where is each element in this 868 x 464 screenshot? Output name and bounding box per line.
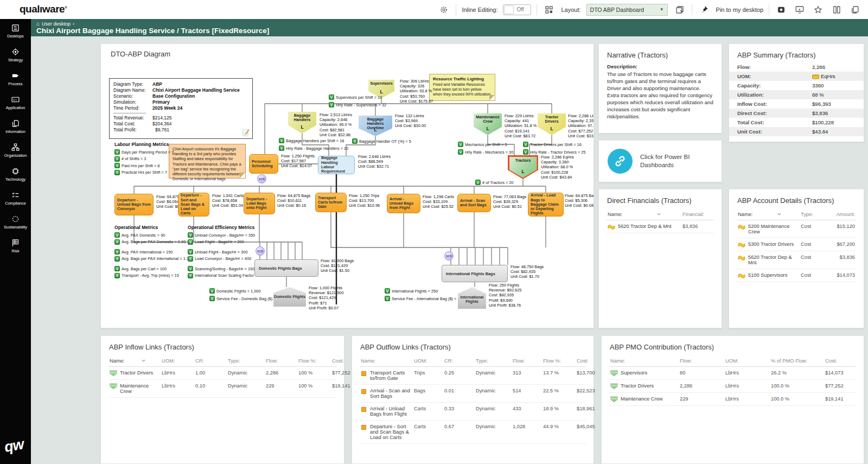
sidebar-item-application[interactable]: C:\ Application — [0, 91, 31, 115]
duplicate-icon[interactable] — [848, 3, 861, 16]
col-name[interactable]: Name: — [110, 358, 162, 364]
table-row[interactable]: Supervisors 80LbHrs26.2 %$14,073 — [609, 367, 856, 380]
col-uom[interactable]: UOM: — [162, 358, 195, 364]
notepad-icon[interactable]: 📝 — [242, 129, 250, 136]
page-title: Chixi Airport Baggage Handling Service /… — [36, 27, 269, 35]
col-cost[interactable]: Cost: — [825, 358, 856, 364]
sidebar-item-strategy[interactable]: Strategy — [0, 43, 31, 67]
inline-editing-label: Inline Editing: — [462, 7, 497, 13]
param: VBaggage Handler OT (%) = 5 — [352, 138, 411, 144]
col-name[interactable]: Name: — [738, 212, 801, 217]
col-name[interactable]: Name: — [361, 358, 414, 364]
compliance-icon — [11, 190, 20, 200]
process-arrival-unload[interactable]: Arrival - Unload Bags from Flight — [387, 194, 420, 213]
process-departure-load-flight[interactable]: Departure - Load Bags onto Flight — [244, 193, 275, 214]
store-international-flights-bags[interactable]: International Flights Bags — [442, 265, 508, 282]
scd-badge[interactable]: SCD — [257, 174, 266, 183]
process-personnel-scheduling[interactable]: Personnel Scheduling — [249, 154, 278, 174]
col-flow[interactable]: Flow: — [680, 358, 725, 364]
col-amount[interactable]: Amount: — [830, 212, 856, 217]
powerbi-panel[interactable]: Click for Power BI Dashboards — [598, 140, 722, 182]
table-row[interactable]: Tractor Drivers 2,286LbHrs100.0 %$77,252 — [609, 380, 856, 393]
pin-to-desktop-button[interactable]: Pin to my desktop — [716, 7, 763, 13]
powerbi-link-label[interactable]: Click for Power BI Dashboards — [640, 153, 705, 169]
resource-supervisors-stats: Flow: 306 LbHrsCapacity: 326Utilization:… — [400, 79, 433, 104]
table-row[interactable]: Departure - Sort and Scan Bags & Load on… — [360, 421, 586, 444]
sidebar-item-risk[interactable]: Risk — [0, 234, 31, 258]
favorite-star-icon[interactable] — [812, 3, 825, 16]
table-row[interactable]: 5200 Maintenance Crew Cost$15,120 — [737, 220, 856, 238]
diagram-info-box[interactable]: Diagram Type:ABP Diagram Name:Chixi Airp… — [109, 78, 253, 139]
diagram-title: DTO-ABP Diagram — [111, 50, 170, 58]
col-type[interactable]: Type: — [228, 358, 266, 364]
col-uom[interactable]: UOM: — [725, 358, 771, 364]
table-row[interactable]: Transport Carts to/from Gate Trips0.25Dy… — [360, 367, 586, 385]
param: VInternational Flights = 250 — [385, 288, 438, 294]
table-row[interactable]: 5620 Tractor Dep & Mnt Cost$3,836 — [737, 251, 856, 269]
home-icon[interactable]: ⌂ — [36, 21, 40, 27]
capture-icon[interactable] — [775, 3, 788, 16]
col-type[interactable]: Type: — [476, 358, 513, 364]
outsourcing-note[interactable]: Chixi Airport outsources it's Baggage Ha… — [169, 144, 246, 179]
columns-icon[interactable] — [830, 3, 843, 16]
sidebar-item-information[interactable]: Information — [0, 115, 31, 138]
col-uom[interactable]: UOM: — [414, 358, 444, 364]
process-transport-carts[interactable]: Transport Carts to/from Gate — [315, 193, 347, 212]
table-row[interactable]: 5300 Tractor Drivers Cost$67,200 — [737, 238, 856, 251]
summary-row: Inflow Cost:$96,393 — [729, 99, 864, 109]
col-type[interactable]: Type: — [801, 212, 830, 217]
scd-badge[interactable]: SCD — [256, 246, 265, 256]
col-financial[interactable]: Financial: — [682, 212, 714, 217]
summary-row: Direct Cost:$3,836 — [729, 109, 864, 118]
scd-badge[interactable]: SCD — [444, 251, 454, 260]
col-cr[interactable]: CR: — [444, 358, 476, 364]
process-icon — [361, 425, 366, 430]
process-baggage-handling-labour-requirement[interactable]: Baggage Handling Labour Requirement — [318, 156, 355, 174]
sidebar-item-organization[interactable]: Organization — [0, 138, 31, 162]
traffic-lighting-note[interactable]: Resource Traffic LightingFixed and Varia… — [429, 74, 495, 101]
table-row[interactable]: Maintenance Crew LbHrs0.10Dynamic 229100… — [108, 380, 336, 398]
process-departure-sort-scan[interactable]: Departure - Sort and Scan Bags & Load on… — [178, 193, 209, 217]
process-departure-unload[interactable]: Departure - Unload Bags from Conveyor — [114, 194, 154, 215]
table-row[interactable]: 5620 Tractor Dep & Mnt $3,836 — [607, 220, 714, 233]
gear-icon[interactable] — [437, 3, 450, 16]
col-cr[interactable]: CR: — [195, 358, 228, 364]
qw-logo: qw — [3, 436, 25, 456]
col-flow[interactable]: Flow: — [266, 358, 298, 364]
abp-summary-panel: ABP Summary (Tractors) Flow:2,286 UOM:Eq… — [729, 43, 864, 142]
presentation-icon[interactable] — [793, 3, 806, 16]
col-flowpct[interactable]: Flow %: — [543, 358, 577, 364]
inline-editing-toggle[interactable]: Off — [503, 4, 531, 15]
col-cost[interactable]: Cost: — [577, 358, 590, 364]
col-flowpct[interactable]: Flow %: — [298, 358, 332, 364]
process-stats: Flow: 1,298 CartsCost: $33,109Unit Cost:… — [423, 194, 454, 209]
sidebar-item-process[interactable]: Process — [0, 67, 31, 91]
table-row[interactable]: Arrival - Unload Bags from Flight Carts0… — [360, 403, 586, 421]
sidebar-item-desktops[interactable]: Desktops — [0, 19, 31, 43]
account-icon — [738, 242, 745, 247]
col-pmo-flow[interactable]: % of PMO Flow: — [771, 358, 825, 364]
layout-dropdown[interactable]: DTO ABP Dashboard▼ — [586, 4, 668, 16]
col-flow[interactable]: Flow: — [513, 358, 543, 364]
col-name[interactable]: Name: — [608, 212, 682, 217]
col-name[interactable]: Name: — [610, 358, 680, 364]
col-cost[interactable]: Cost: — [332, 358, 345, 364]
breadcrumb[interactable]: ⌂ User desktop› — [36, 21, 74, 27]
process-arrival-scan-sort[interactable]: Arrival - Scan and Sort Bags — [457, 194, 491, 212]
sidebar-item-compliance[interactable]: Compliance — [0, 186, 31, 210]
resource-bh-overtime-stats: Flow: 132 LbHrsCost: $3,969Unit Cost: $3… — [395, 113, 426, 129]
summary-row: Capacity:3360 — [729, 81, 864, 90]
store-domestic-flights-bags[interactable]: Domestic Flights Bags — [254, 259, 318, 277]
table-row[interactable]: 5100 Supervisors Cost$14,073 — [737, 269, 856, 282]
process-arrival-load-claim[interactable]: Arrival - Load Bags to Baggage Claim or … — [528, 193, 564, 217]
param: VHrly Rate - Baggage Handlers = 20 — [279, 145, 348, 151]
table-row[interactable]: Arrival - Scan and Sort Bags Bags0.01Dyn… — [360, 385, 586, 403]
link-icon[interactable] — [608, 149, 633, 174]
sidebar-item-technology[interactable]: Technology — [0, 162, 31, 186]
table-row[interactable]: Maintenance Crew 229LbHrs100.0 %$19,141 — [609, 393, 856, 406]
international-flights-stats: Flow: 250 FlightsRevenue: $92,625Cost: $… — [489, 283, 521, 308]
table-row[interactable]: Tractor Drivers LbHrs1.00Dynamic 2,28610… — [108, 367, 336, 380]
copy-layout-icon[interactable] — [673, 3, 686, 16]
sidebar-item-sustainability[interactable]: Sustainability — [0, 210, 31, 234]
param: VHrly Rate - Mechanics = 30 — [458, 149, 513, 155]
